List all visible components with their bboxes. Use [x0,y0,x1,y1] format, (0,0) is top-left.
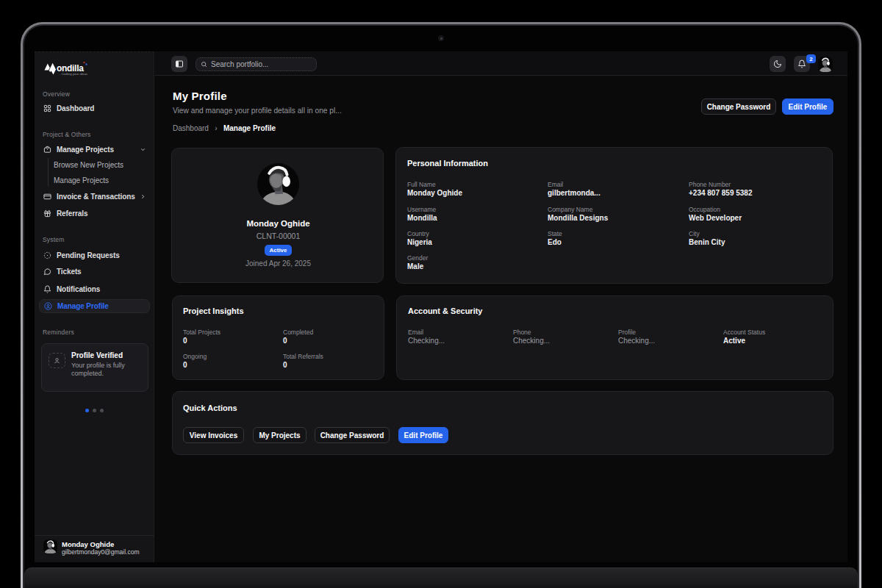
svg-text:...Coding your ideas: ...Coding your ideas [59,72,88,76]
